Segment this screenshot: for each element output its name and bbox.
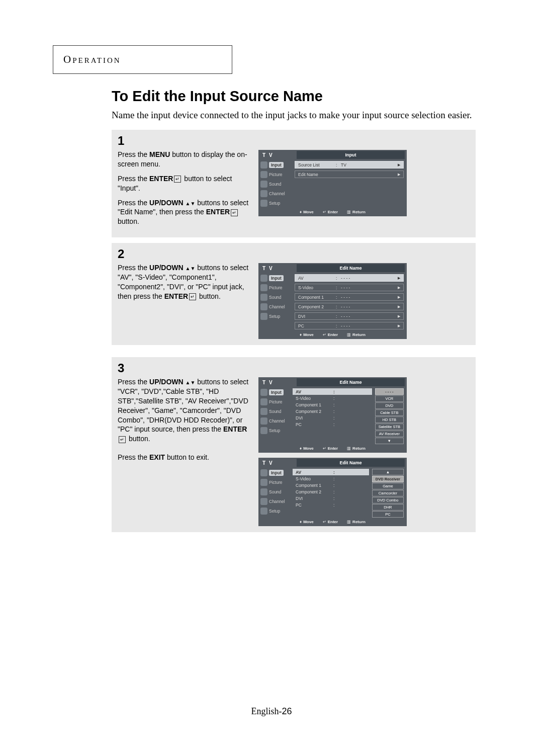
picture-icon [260, 171, 267, 178]
updown-icon [186, 378, 196, 386]
enter-icon [230, 208, 239, 216]
sound-icon [260, 294, 267, 301]
channel-icon [260, 303, 267, 310]
channel-icon [260, 498, 267, 505]
enter-icon [118, 435, 127, 443]
picture-icon [260, 479, 267, 486]
sound-icon [260, 488, 267, 495]
enter-icon [188, 292, 197, 300]
sidebar-item: Picture [258, 171, 295, 178]
sidebar-item: Input [258, 161, 295, 169]
step-number: 3 [118, 361, 470, 375]
step-number: 2 [118, 247, 470, 261]
step-2-text: Press the UP/DOWN buttons to select "AV"… [118, 263, 253, 306]
input-icon [260, 469, 267, 476]
osd-footer: MoveEnterReturn [258, 208, 407, 215]
option-list: ▲ DVD Receiver Game Camcorder DVD Combo … [372, 469, 404, 518]
page-intro: Name the input device connected to the i… [112, 110, 474, 121]
osd-screen-1: T VInput Input Source List:TV▶ Picture E… [258, 150, 407, 216]
step-number: 1 [118, 134, 470, 148]
setup-icon [260, 200, 267, 207]
step-1-text: Press the MENU button to display the on-… [118, 150, 253, 231]
sidebar-item: Channel [258, 190, 295, 197]
input-icon [260, 389, 267, 396]
section-label: Operation [63, 53, 121, 66]
option-list: - - - - VCR DVD Cable STB HD STB Satelli… [375, 388, 404, 444]
osd-screen-3a: T VEdit Name Input Picture Sound Channel… [258, 377, 407, 453]
sidebar-item: Sound [258, 181, 295, 188]
updown-icon [186, 199, 196, 207]
page-title: To Edit the Input Source Name [112, 88, 323, 105]
picture-icon [260, 284, 267, 291]
step-2: 2 Press the UP/DOWN buttons to select "A… [112, 243, 476, 345]
setup-icon [260, 427, 267, 434]
page-footer: English-26 [0, 706, 543, 717]
channel-icon [260, 190, 267, 197]
section-header-box: Operation [53, 45, 232, 74]
sidebar-item: Setup [258, 200, 295, 207]
osd-footer: MoveEnterReturn [258, 518, 407, 525]
step-1: 1 Press the MENU button to display the o… [112, 130, 476, 237]
osd-footer: MoveEnterReturn [258, 444, 407, 452]
enter-icon [173, 175, 182, 183]
sound-icon [260, 408, 267, 415]
osd-footer: MoveEnterReturn [258, 330, 407, 338]
picture-icon [260, 398, 267, 405]
osd-screen-2: T VEdit Name Input AV:- - - -▶ Picture S… [258, 263, 407, 339]
setup-icon [260, 508, 267, 515]
input-icon [260, 275, 267, 282]
step-3: 3 Press the UP/DOWN buttons to select "V… [112, 357, 476, 532]
updown-icon [186, 264, 196, 272]
osd-screen-3b: T VEdit Name Input Picture Sound Channel… [258, 458, 407, 526]
sound-icon [260, 181, 267, 188]
channel-icon [260, 417, 267, 425]
setup-icon [260, 313, 267, 320]
input-icon [260, 161, 267, 169]
step-3-text: Press the UP/DOWN buttons to select "VCR… [118, 377, 253, 467]
